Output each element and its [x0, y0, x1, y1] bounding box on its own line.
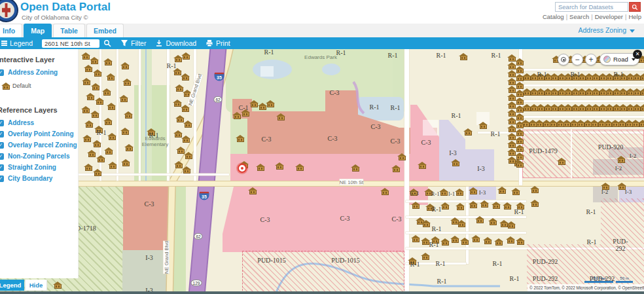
checkbox-checked[interactable]: ✓	[0, 175, 4, 182]
print-button[interactable]: Print	[206, 39, 230, 47]
zoom-in-button[interactable]: +	[585, 54, 597, 65]
selected-address-marker[interactable]	[238, 164, 247, 173]
checkbox-checked[interactable]: ✓	[0, 69, 4, 76]
house-icon	[537, 91, 545, 96]
close-map-button[interactable]: ✕	[633, 50, 642, 59]
chevron-down-icon	[630, 29, 635, 33]
map-canvas[interactable]: R-1R-1R-1R-1R-1R-1R-1R-1R-1R-1R-1R-1R-1R…	[0, 49, 644, 294]
legend-bottom-tab[interactable]: Legend	[0, 280, 24, 291]
house-icon	[442, 205, 449, 210]
house-icon	[605, 122, 612, 127]
house-icon	[634, 91, 641, 96]
zoom-out-button[interactable]: −	[571, 54, 583, 65]
house-icon	[516, 124, 524, 128]
ref-layer-city-boundary[interactable]: ✓City Boundary	[0, 175, 75, 182]
nav-link-developer[interactable]: Developer	[595, 13, 623, 20]
house-icon	[490, 221, 497, 225]
checkbox-checked[interactable]: ✓	[0, 131, 4, 138]
zone-label-r-1: R-1	[492, 52, 501, 59]
house-icon	[516, 92, 524, 97]
checkbox-checked[interactable]: ✓	[0, 120, 4, 126]
ref-layer-straight-zoning[interactable]: ✓Straight Zoning	[0, 164, 75, 171]
nav-link-help[interactable]: Help	[628, 13, 641, 20]
zone-label-c-3: C-3	[330, 89, 340, 96]
map-search-button[interactable]	[103, 39, 111, 47]
ref-layer-address[interactable]: ✓Address	[0, 119, 75, 126]
zone-label-i-1: I-1	[448, 191, 456, 197]
house-icon	[242, 112, 249, 117]
zone-label-r-1: R-1	[410, 261, 420, 268]
zone-label-r-1: R-1	[514, 208, 524, 215]
house-icon	[94, 172, 101, 176]
house-icon	[517, 240, 524, 245]
zone-label-i-2: I-2	[630, 153, 637, 159]
checkbox-checked[interactable]: ✓	[0, 142, 4, 149]
zone-label-r-1: R-1	[370, 103, 380, 111]
dataset-search-input[interactable]	[555, 2, 628, 12]
house-icon	[606, 76, 613, 81]
house-icon	[618, 122, 626, 127]
ref-layer-overlay-point-zoning[interactable]: ✓Overlay Point Zoning	[0, 130, 75, 138]
tab-info[interactable]: Info	[0, 24, 22, 37]
filter-icon	[120, 39, 128, 47]
house-icon	[620, 91, 627, 96]
zone-label-c-3: C-3	[328, 135, 338, 142]
house-icon	[639, 122, 644, 127]
house-icon	[249, 190, 257, 194]
zone-label-r-1: R-1	[264, 49, 274, 56]
house-icon	[470, 190, 477, 194]
zone-label-c-3: C-3	[392, 215, 402, 223]
zone-label-pud-920: PUD-920	[598, 143, 623, 151]
zone-label-r-1: R-1	[97, 129, 107, 136]
layer-address-zoning[interactable]: ✓Address Zoning	[0, 69, 75, 76]
layer-label: Address	[8, 119, 34, 126]
checkbox-checked[interactable]: ✓	[0, 153, 4, 160]
house-icon	[92, 86, 99, 90]
tab-map[interactable]: Map	[24, 24, 52, 37]
house-icon	[606, 91, 613, 96]
house-icon	[440, 191, 448, 196]
layer-label: Straight Zoning	[8, 164, 56, 171]
house-icon	[606, 107, 613, 111]
house-icon	[516, 100, 524, 105]
checkbox-checked[interactable]: ✓	[0, 164, 4, 171]
house-icon	[516, 147, 524, 152]
filter-button[interactable]: Filter	[120, 39, 146, 47]
house-icon	[565, 91, 572, 96]
house-icon	[516, 132, 524, 136]
zone-label-r-1: R-1	[614, 71, 624, 78]
tab-table[interactable]: Table	[53, 24, 85, 37]
house-icon	[419, 164, 426, 169]
dataset-search-button[interactable]	[629, 2, 641, 12]
ref-layer-overlay-parcel-zoning[interactable]: ✓Overlay Parcel Zoning	[0, 141, 75, 149]
view-selector-address-zoning[interactable]: Address Zoning	[578, 26, 635, 34]
zone-label-r-1: R-1	[429, 241, 439, 248]
locate-button[interactable]	[558, 54, 569, 65]
nav-link-catalog[interactable]: Catalog	[543, 13, 564, 20]
house-icon	[296, 166, 304, 171]
zone-label-r-1: R-1	[431, 191, 440, 197]
zone-label-r-1: R-1	[167, 62, 177, 69]
house-icon	[86, 123, 93, 128]
download-button[interactable]: Download	[155, 39, 196, 47]
zone-label-r-1: R-1	[586, 208, 596, 215]
house-icon	[504, 205, 511, 210]
house-icon	[88, 153, 96, 157]
house-icon	[484, 240, 492, 244]
hide-bottom-tab[interactable]: Hide	[25, 280, 47, 291]
scale-bar-feet	[584, 281, 613, 283]
tab-embed[interactable]: Embed	[86, 24, 124, 37]
ref-layer-non-zoning-parcels[interactable]: ✓Non-Zoning Parcels	[0, 153, 75, 160]
nav-link-search[interactable]: Search	[569, 13, 589, 20]
house-icon	[183, 169, 190, 174]
map-style-icon	[603, 56, 611, 63]
address-search-input[interactable]	[42, 39, 99, 48]
house-icon	[591, 122, 598, 127]
house-icon	[499, 189, 506, 194]
house-icon	[122, 130, 129, 135]
layer-label: Overlay Parcel Zoning	[8, 141, 77, 149]
layers-panel: Interactive Layer ✓Address Zoning Defaul…	[0, 49, 79, 278]
house-icon	[524, 91, 531, 96]
house-icon	[122, 162, 130, 166]
legend-toggle-button[interactable]: Legend	[3, 39, 33, 47]
